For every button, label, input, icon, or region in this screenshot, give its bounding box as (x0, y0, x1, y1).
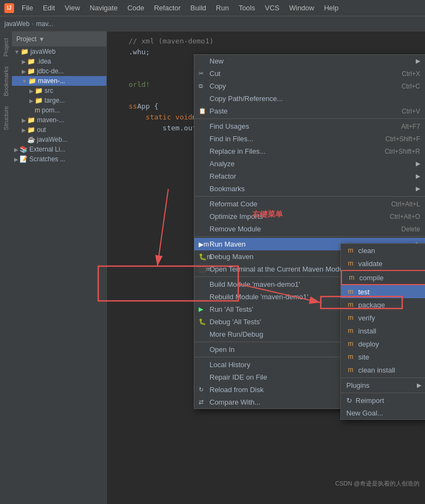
tree-item-external[interactable]: ▶ 📚 External Li... (12, 144, 106, 154)
tree-item-maven[interactable]: ▼ 📁 maven-... (12, 76, 106, 86)
maven-icon: m (346, 287, 355, 296)
tree-arrow: ▼ (14, 49, 20, 55)
ctx-item-new[interactable]: New ▶ (194, 55, 425, 67)
ctx-label: Analyze (210, 160, 416, 168)
submenu-item-clean[interactable]: m clean (341, 244, 425, 257)
tree-item-idea[interactable]: ▶ 📁 .idea (12, 56, 106, 66)
ctx-item-cut[interactable]: ✂ Cut Ctrl+X (194, 67, 425, 80)
code-text: static void (129, 112, 192, 123)
ctx-item-replace-files[interactable]: Replace in Files... Ctrl+Shift+R (194, 145, 425, 158)
ctx-arrow-icon: ▶ (416, 160, 420, 167)
ctx-shortcut: Delete (401, 225, 420, 233)
menu-run[interactable]: Run (212, 3, 233, 13)
submenu-label: site (358, 353, 369, 361)
tree-arrow: ▶ (14, 156, 18, 162)
code-text: orld! (129, 79, 150, 90)
ctx-separator (194, 236, 425, 237)
ctx-item-copy[interactable]: ⧉ Copy Ctrl+C (194, 80, 425, 92)
tree-item-src[interactable]: ▶ 📁 src (12, 86, 106, 96)
ctx-label: Remove Module (210, 225, 390, 233)
menu-refactor[interactable]: Refactor (150, 3, 185, 13)
ctx-label: Paste (210, 107, 391, 115)
tree-item-jdbc[interactable]: ▶ 📁 jdbc-de... (12, 66, 106, 76)
submenu-label: Reimport (356, 396, 384, 405)
sidebar-tab-project[interactable]: Project (1, 34, 11, 61)
annotation-text: 右键菜单 (252, 210, 283, 219)
breadcrumb-part1[interactable]: javaWeb (4, 20, 29, 28)
project-header: Project ▼ (12, 32, 106, 47)
ctx-item-paste[interactable]: 📋 Paste Ctrl+V (194, 105, 425, 117)
sidebar-tab-structure[interactable]: Structure (1, 102, 11, 135)
ctx-label: New (210, 57, 416, 65)
ctx-shortcut: Ctrl+V (402, 108, 420, 115)
tree-item-javaWeb[interactable]: ▼ 📁 javaWeb (12, 47, 106, 56)
submenu-item-reimport[interactable]: ↻ Reimport (341, 394, 425, 407)
submenu-item-new-goal[interactable]: New Goal... (341, 407, 425, 419)
submenu-item-plugins[interactable]: Plugins ▶ (341, 379, 425, 392)
menu-help[interactable]: Help (320, 3, 343, 13)
menu-file[interactable]: File (17, 3, 37, 13)
ctx-item-remove-module[interactable]: Remove Module Delete (194, 223, 425, 235)
menu-tools[interactable]: Tools (234, 3, 259, 13)
ctx-item-find-usages[interactable]: Find Usages Alt+F7 (194, 120, 425, 133)
folder-icon: 📁 (35, 87, 43, 94)
ctx-item-bookmarks[interactable]: Bookmarks ▶ (194, 182, 425, 195)
tree-item-maven2[interactable]: ▶ 📁 maven-... (12, 115, 106, 125)
tree-arrow-placeholder: ▶ (29, 108, 34, 114)
ctx-label: Copy (210, 82, 391, 90)
code-text: App { (137, 101, 158, 112)
ctx-item-find-files[interactable]: Find in Files... Ctrl+Shift+F (194, 133, 425, 145)
menu-build[interactable]: Build (186, 3, 211, 13)
submenu-item-test[interactable]: m test (341, 285, 425, 298)
tree-label: .idea (37, 58, 51, 65)
ctx-item-copy-path[interactable]: Copy Path/Reference... (194, 92, 425, 105)
submenu-item-verify[interactable]: m verify (341, 311, 425, 324)
ctx-item-reformat[interactable]: Reformat Code Ctrl+Alt+L (194, 198, 425, 210)
submenu-item-validate[interactable]: m validate (341, 257, 425, 270)
submenu-label: Plugins (346, 381, 370, 389)
debug-maven-icon: 🐛m (199, 253, 212, 261)
tree-item-scratches[interactable]: ▶ 📝 Scratches ... (12, 154, 106, 164)
menu-navigate[interactable]: Navigate (85, 3, 122, 13)
tree-label: Scratches ... (29, 155, 66, 163)
debug-icon: 🐛 (199, 318, 206, 325)
menu-code[interactable]: Code (123, 3, 149, 13)
tree-label: out (37, 126, 46, 134)
project-dropdown-icon[interactable]: ▼ (39, 36, 45, 42)
ctx-arrow-icon: ▶ (416, 58, 420, 65)
maven-icon: m (346, 259, 355, 268)
ctx-item-refactor[interactable]: Refactor ▶ (194, 170, 425, 182)
ctx-item-analyze[interactable]: Analyze ▶ (194, 158, 425, 170)
submenu-item-compile[interactable]: m compile (341, 270, 425, 285)
ctx-item-optimize[interactable]: Optimize Imports Ctrl+Alt+O (194, 210, 425, 223)
ctx-label: Refactor (210, 172, 416, 180)
ctx-separator (194, 196, 425, 197)
submenu-item-clean-install[interactable]: m clean install (341, 363, 425, 376)
submenu-item-deploy[interactable]: m deploy (341, 337, 425, 350)
tree-item-pom[interactable]: ▶ m pom... (12, 105, 106, 115)
maven-icon: m (346, 326, 355, 335)
tree-item-target[interactable]: ▶ 📁 targe... (12, 96, 106, 105)
submenu-item-package[interactable]: m package (341, 298, 425, 311)
ctx-arrow-icon: ▶ (416, 173, 420, 180)
sidebar-tabs-left: Project Bookmarks Structure (0, 32, 12, 504)
submenu-item-site[interactable]: m site (341, 350, 425, 363)
maven-icon: m (346, 300, 355, 309)
tree-label: pom... (42, 106, 60, 114)
sidebar-tab-bookmarks[interactable]: Bookmarks (1, 62, 11, 100)
tree-item-out[interactable]: ▶ 📁 out (12, 125, 106, 135)
compare-icon: ⇄ (199, 399, 204, 406)
ctx-shortcut: Ctrl+C (402, 83, 420, 90)
cut-icon: ✂ (199, 70, 204, 77)
menu-window[interactable]: Window (285, 3, 319, 13)
tree-label: maven-... (37, 116, 64, 124)
maven-icon: m (346, 313, 355, 322)
breadcrumb-part2[interactable]: mav... (36, 20, 53, 28)
tree-arrow-placeholder: ▶ (22, 137, 26, 143)
menu-view[interactable]: View (60, 3, 84, 13)
menu-vcs[interactable]: VCS (261, 3, 284, 13)
submenu-item-install[interactable]: m install (341, 324, 425, 337)
tree-arrow: ▶ (22, 59, 26, 65)
tree-item-javaweb2[interactable]: ▶ ☕ javaWeb... (12, 135, 106, 144)
menu-edit[interactable]: Edit (39, 3, 59, 13)
